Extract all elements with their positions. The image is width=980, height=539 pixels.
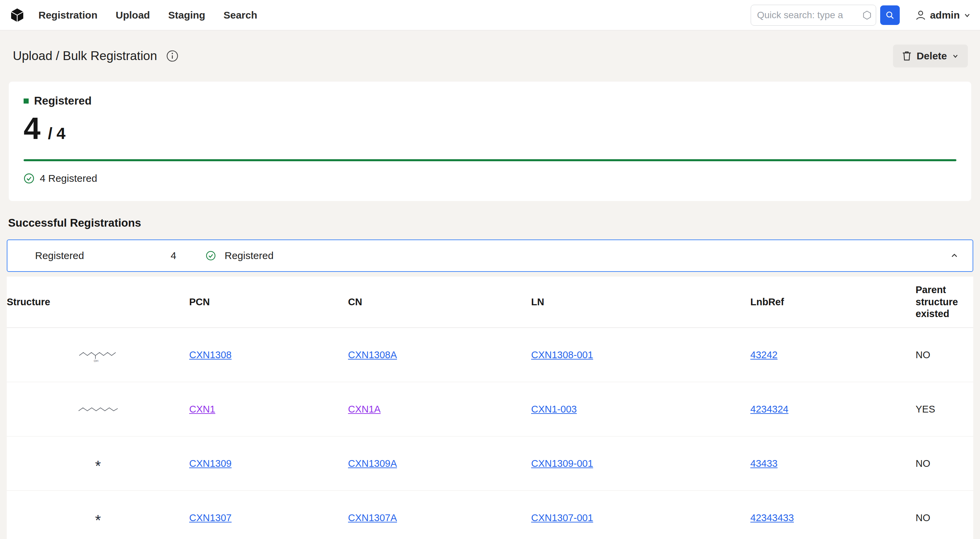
parent-existed-cell: NO	[916, 512, 973, 523]
ln-cell: CXN1-003	[531, 404, 750, 415]
legend-square	[24, 99, 29, 103]
structure-cell: OH	[7, 347, 189, 362]
lnbref-cell: 42343433	[750, 512, 916, 523]
cn-link[interactable]: CXN1308A	[348, 350, 397, 360]
progress-fill	[24, 159, 956, 161]
asterisk-structure: *	[95, 459, 101, 474]
cn-link[interactable]: CXN1309A	[348, 458, 397, 469]
column-header-ln: LN	[531, 296, 750, 308]
structure-cell	[7, 404, 189, 414]
structure-search-icon[interactable]	[862, 10, 872, 20]
count-value: 4	[24, 113, 40, 144]
parent-existed-cell: NO	[916, 350, 973, 361]
table-header-row: Structure PCN CN LN LnbRef Parent struct…	[7, 277, 973, 328]
ln-cell: CXN1307-001	[531, 512, 750, 523]
structure-cell: *	[7, 510, 189, 525]
pcn-link[interactable]: CXN1307	[189, 512, 232, 523]
pcn-cell: CXN1309	[189, 458, 348, 469]
nav-item-search[interactable]: Search	[224, 10, 257, 21]
check-circle-icon	[24, 173, 34, 184]
table-row: * CXN1309 CXN1309A CXN1309-001 43433 NO	[7, 436, 973, 491]
pcn-link[interactable]: CXN1308	[189, 350, 232, 360]
registered-count: 4 / 4	[24, 113, 956, 144]
quick-search	[751, 5, 876, 25]
lnbref-link[interactable]: 42343433	[750, 512, 794, 523]
page-title: Upload / Bulk Registration	[13, 49, 157, 63]
molecule-structure-image: OH	[78, 347, 118, 362]
column-header-cn: CN	[348, 296, 531, 308]
count-total: 4	[56, 124, 65, 143]
table-row: CXN1 CXN1A CXN1-003 4234324 YES	[7, 382, 973, 436]
ln-link[interactable]: CXN1-003	[531, 404, 577, 415]
legend-label: Registered	[34, 94, 92, 107]
status-text: 4 Registered	[40, 173, 97, 184]
pcn-link[interactable]: CXN1309	[189, 458, 232, 469]
table-row: * CXN1307 CXN1307A CXN1307-001 42343433 …	[7, 491, 973, 539]
info-icon[interactable]	[166, 49, 179, 62]
lnbref-cell: 43433	[750, 458, 916, 469]
chevron-down-icon	[952, 52, 959, 60]
ln-cell: CXN1308-001	[531, 350, 750, 361]
pcn-cell: CXN1307	[189, 512, 348, 523]
accordion-count: 4	[171, 250, 206, 261]
user-icon	[915, 9, 927, 21]
user-menu[interactable]: admin	[915, 9, 971, 21]
pcn-cell: CXN1308	[189, 350, 348, 361]
cn-cell: CXN1307A	[348, 512, 531, 523]
table-row: OH CXN1308 CXN1308A CXN1308-001 43242 NO	[7, 328, 973, 382]
progress-bar	[24, 159, 956, 161]
quick-search-input[interactable]	[751, 5, 876, 25]
registered-accordion-header[interactable]: Registered 4 Registered	[7, 240, 973, 272]
app-logo[interactable]	[9, 7, 25, 24]
chevron-up-icon[interactable]	[950, 251, 959, 261]
delete-button[interactable]: Delete	[893, 45, 968, 67]
accordion-status-label: Registered	[224, 250, 274, 261]
search-icon	[885, 10, 895, 20]
cube-logo-icon	[10, 8, 25, 23]
user-name: admin	[930, 10, 960, 21]
table-body: OH CXN1308 CXN1308A CXN1308-001 43242 NO…	[7, 328, 973, 539]
search-button[interactable]	[880, 5, 900, 25]
cn-link[interactable]: CXN1A	[348, 404, 381, 415]
column-header-parent-structure-existed: Parent structure existed	[916, 284, 973, 320]
chevron-down-icon	[963, 11, 971, 19]
cn-cell: CXN1308A	[348, 350, 531, 361]
registrations-table: Structure PCN CN LN LnbRef Parent struct…	[7, 277, 973, 539]
ln-link[interactable]: CXN1308-001	[531, 350, 593, 360]
pcn-cell: CXN1	[189, 404, 348, 415]
asterisk-structure: *	[95, 513, 101, 528]
accordion-status: Registered	[206, 250, 274, 261]
cn-cell: CXN1A	[348, 404, 531, 415]
lnbref-link[interactable]: 4234324	[750, 404, 789, 415]
successful-registrations-title: Successful Registrations	[8, 216, 971, 229]
nav-right-cluster: admin	[751, 5, 971, 25]
cn-cell: CXN1309A	[348, 458, 531, 469]
lnbref-link[interactable]: 43433	[750, 458, 778, 469]
check-circle-icon	[206, 251, 216, 261]
page-header: Upload / Bulk Registration Delete	[0, 30, 980, 82]
ln-link[interactable]: CXN1309-001	[531, 458, 593, 469]
registered-legend: Registered	[24, 94, 956, 107]
count-divider: /	[48, 124, 52, 143]
status-row: 4 Registered	[24, 173, 956, 184]
svg-text:OH: OH	[94, 359, 99, 362]
nav-item-upload[interactable]: Upload	[116, 10, 150, 21]
column-header-lnbref: LnbRef	[750, 296, 916, 308]
cn-link[interactable]: CXN1307A	[348, 512, 397, 523]
molecule-structure-image	[77, 404, 119, 414]
nav-item-registration[interactable]: Registration	[38, 10, 97, 21]
parent-existed-cell: NO	[916, 458, 973, 469]
nav-item-staging[interactable]: Staging	[168, 10, 205, 21]
lnbref-cell: 4234324	[750, 404, 916, 415]
pcn-link[interactable]: CXN1	[189, 404, 215, 415]
top-navigation: Registration Upload Staging Search admin	[0, 0, 980, 30]
column-header-pcn: PCN	[189, 296, 348, 308]
delete-button-label: Delete	[916, 50, 947, 62]
ln-link[interactable]: CXN1307-001	[531, 512, 593, 523]
lnbref-link[interactable]: 43242	[750, 350, 778, 360]
column-header-structure: Structure	[7, 296, 189, 308]
main-nav: Registration Upload Staging Search	[38, 10, 257, 21]
lnbref-cell: 43242	[750, 350, 916, 361]
trash-icon	[902, 51, 912, 61]
structure-cell: *	[7, 456, 189, 471]
